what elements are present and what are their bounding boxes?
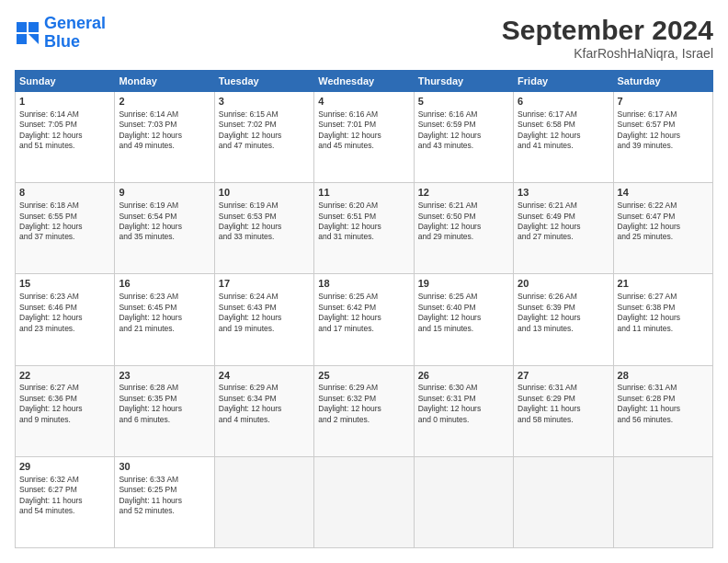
logo-general: General xyxy=(44,14,106,32)
day-number: 6 xyxy=(518,95,609,109)
day-cell xyxy=(314,456,414,547)
day-info: Sunrise: 6:14 AM Sunset: 7:05 PM Dayligh… xyxy=(19,109,110,152)
day-cell: 3Sunrise: 6:15 AM Sunset: 7:02 PM Daylig… xyxy=(214,92,313,183)
day-cell: 18Sunrise: 6:25 AM Sunset: 6:42 PM Dayli… xyxy=(314,274,414,365)
day-cell: 24Sunrise: 6:29 AM Sunset: 6:34 PM Dayli… xyxy=(214,365,313,456)
header: General Blue September 2024 KfarRoshHaNi… xyxy=(15,15,713,61)
day-cell: 19Sunrise: 6:25 AM Sunset: 6:40 PM Dayli… xyxy=(414,274,513,365)
day-number: 21 xyxy=(618,277,709,291)
day-header-sunday: Sunday xyxy=(16,71,115,92)
day-info: Sunrise: 6:31 AM Sunset: 6:28 PM Dayligh… xyxy=(618,383,709,425)
day-number: 13 xyxy=(518,186,609,200)
day-number: 19 xyxy=(418,277,509,291)
day-cell: 17Sunrise: 6:24 AM Sunset: 6:43 PM Dayli… xyxy=(214,274,313,365)
day-number: 10 xyxy=(219,186,310,200)
day-number: 27 xyxy=(518,369,609,383)
day-cell: 11Sunrise: 6:20 AM Sunset: 6:51 PM Dayli… xyxy=(314,183,414,274)
page: General Blue September 2024 KfarRoshHaNi… xyxy=(0,0,728,563)
day-info: Sunrise: 6:23 AM Sunset: 6:45 PM Dayligh… xyxy=(119,292,210,334)
week-row-5: 29Sunrise: 6:32 AM Sunset: 6:27 PM Dayli… xyxy=(16,456,713,547)
day-cell xyxy=(613,456,712,547)
day-number: 22 xyxy=(19,369,110,383)
day-cell: 8Sunrise: 6:18 AM Sunset: 6:55 PM Daylig… xyxy=(16,183,115,274)
title-block: September 2024 KfarRoshHaNiqra, Israel xyxy=(502,15,713,61)
day-number: 20 xyxy=(518,277,609,291)
day-number: 29 xyxy=(19,460,110,474)
day-number: 18 xyxy=(318,277,409,291)
day-number: 28 xyxy=(618,369,709,383)
logo-icon xyxy=(15,20,40,46)
day-info: Sunrise: 6:24 AM Sunset: 6:43 PM Dayligh… xyxy=(219,292,310,334)
day-cell: 13Sunrise: 6:21 AM Sunset: 6:49 PM Dayli… xyxy=(514,183,613,274)
logo: General Blue xyxy=(15,15,106,52)
day-cell xyxy=(414,456,513,547)
day-info: Sunrise: 6:21 AM Sunset: 6:50 PM Dayligh… xyxy=(418,201,509,243)
day-info: Sunrise: 6:22 AM Sunset: 6:47 PM Dayligh… xyxy=(618,201,709,243)
day-info: Sunrise: 6:19 AM Sunset: 6:53 PM Dayligh… xyxy=(219,201,310,243)
day-cell xyxy=(214,456,313,547)
day-cell: 2Sunrise: 6:14 AM Sunset: 7:03 PM Daylig… xyxy=(115,92,214,183)
subtitle: KfarRoshHaNiqra, Israel xyxy=(502,46,713,61)
day-info: Sunrise: 6:15 AM Sunset: 7:02 PM Dayligh… xyxy=(219,109,310,152)
day-info: Sunrise: 6:16 AM Sunset: 7:01 PM Dayligh… xyxy=(318,109,409,152)
day-cell: 21Sunrise: 6:27 AM Sunset: 6:38 PM Dayli… xyxy=(613,274,712,365)
day-info: Sunrise: 6:17 AM Sunset: 6:58 PM Dayligh… xyxy=(518,109,609,152)
day-cell: 14Sunrise: 6:22 AM Sunset: 6:47 PM Dayli… xyxy=(613,183,712,274)
day-number: 23 xyxy=(119,369,210,383)
svg-rect-2 xyxy=(17,34,27,44)
day-info: Sunrise: 6:23 AM Sunset: 6:46 PM Dayligh… xyxy=(19,292,110,334)
day-header-thursday: Thursday xyxy=(414,71,513,92)
day-number: 3 xyxy=(219,95,310,109)
day-cell xyxy=(514,456,613,547)
svg-marker-3 xyxy=(28,34,39,44)
day-number: 12 xyxy=(418,186,509,200)
day-cell: 30Sunrise: 6:33 AM Sunset: 6:25 PM Dayli… xyxy=(115,456,214,547)
week-row-1: 1Sunrise: 6:14 AM Sunset: 7:05 PM Daylig… xyxy=(16,92,713,183)
day-info: Sunrise: 6:29 AM Sunset: 6:34 PM Dayligh… xyxy=(219,383,310,425)
day-cell: 27Sunrise: 6:31 AM Sunset: 6:29 PM Dayli… xyxy=(514,365,613,456)
day-cell: 7Sunrise: 6:17 AM Sunset: 6:57 PM Daylig… xyxy=(613,92,712,183)
logo-blue: Blue xyxy=(44,32,80,51)
day-cell: 26Sunrise: 6:30 AM Sunset: 6:31 PM Dayli… xyxy=(414,365,513,456)
day-info: Sunrise: 6:21 AM Sunset: 6:49 PM Dayligh… xyxy=(518,201,609,243)
day-cell: 4Sunrise: 6:16 AM Sunset: 7:01 PM Daylig… xyxy=(314,92,414,183)
day-number: 9 xyxy=(119,186,210,200)
day-number: 25 xyxy=(318,369,409,383)
day-number: 4 xyxy=(318,95,409,109)
day-cell: 29Sunrise: 6:32 AM Sunset: 6:27 PM Dayli… xyxy=(16,456,115,547)
day-number: 17 xyxy=(219,277,310,291)
day-cell: 16Sunrise: 6:23 AM Sunset: 6:45 PM Dayli… xyxy=(115,274,214,365)
day-header-wednesday: Wednesday xyxy=(314,71,414,92)
day-header-saturday: Saturday xyxy=(613,71,712,92)
day-info: Sunrise: 6:33 AM Sunset: 6:25 PM Dayligh… xyxy=(119,475,210,517)
day-header-tuesday: Tuesday xyxy=(214,71,313,92)
day-cell: 6Sunrise: 6:17 AM Sunset: 6:58 PM Daylig… xyxy=(514,92,613,183)
day-info: Sunrise: 6:29 AM Sunset: 6:32 PM Dayligh… xyxy=(318,383,409,425)
day-cell: 22Sunrise: 6:27 AM Sunset: 6:36 PM Dayli… xyxy=(16,365,115,456)
day-number: 7 xyxy=(618,95,709,109)
day-info: Sunrise: 6:27 AM Sunset: 6:38 PM Dayligh… xyxy=(618,292,709,334)
day-cell: 28Sunrise: 6:31 AM Sunset: 6:28 PM Dayli… xyxy=(613,365,712,456)
day-cell: 25Sunrise: 6:29 AM Sunset: 6:32 PM Dayli… xyxy=(314,365,414,456)
day-cell: 10Sunrise: 6:19 AM Sunset: 6:53 PM Dayli… xyxy=(214,183,313,274)
day-number: 8 xyxy=(19,186,110,200)
day-info: Sunrise: 6:16 AM Sunset: 6:59 PM Dayligh… xyxy=(418,109,509,152)
day-number: 15 xyxy=(19,277,110,291)
day-info: Sunrise: 6:17 AM Sunset: 6:57 PM Dayligh… xyxy=(618,109,709,152)
week-row-3: 15Sunrise: 6:23 AM Sunset: 6:46 PM Dayli… xyxy=(16,274,713,365)
day-cell: 23Sunrise: 6:28 AM Sunset: 6:35 PM Dayli… xyxy=(115,365,214,456)
day-number: 24 xyxy=(219,369,310,383)
day-number: 26 xyxy=(418,369,509,383)
day-info: Sunrise: 6:14 AM Sunset: 7:03 PM Dayligh… xyxy=(119,109,210,152)
day-info: Sunrise: 6:20 AM Sunset: 6:51 PM Dayligh… xyxy=(318,201,409,243)
day-cell: 5Sunrise: 6:16 AM Sunset: 6:59 PM Daylig… xyxy=(414,92,513,183)
day-info: Sunrise: 6:27 AM Sunset: 6:36 PM Dayligh… xyxy=(19,383,110,425)
week-row-2: 8Sunrise: 6:18 AM Sunset: 6:55 PM Daylig… xyxy=(16,183,713,274)
day-number: 1 xyxy=(19,95,110,109)
day-header-friday: Friday xyxy=(514,71,613,92)
day-info: Sunrise: 6:31 AM Sunset: 6:29 PM Dayligh… xyxy=(518,383,609,425)
day-header-monday: Monday xyxy=(115,71,214,92)
calendar-table: SundayMondayTuesdayWednesdayThursdayFrid… xyxy=(15,70,713,548)
logo-text: General Blue xyxy=(44,15,106,52)
day-info: Sunrise: 6:28 AM Sunset: 6:35 PM Dayligh… xyxy=(119,383,210,425)
